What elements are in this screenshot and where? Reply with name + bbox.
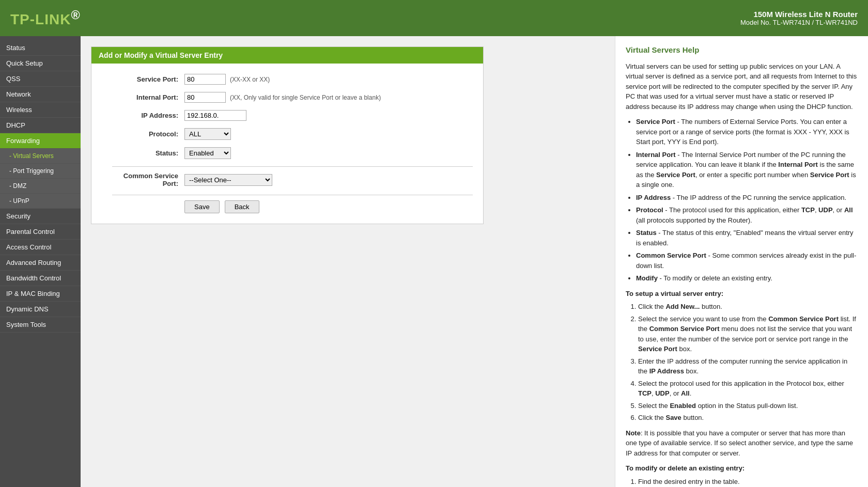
- internal-port-label: Internal Port:: [112, 93, 184, 101]
- help-bullet-common-service-port: Common Service Port - Some common servic…: [636, 250, 858, 271]
- main-layout: Status Quick Setup QSS Network Wireless …: [0, 36, 868, 487]
- help-bullet-modify: Modify - To modify or delete an existing…: [636, 273, 858, 284]
- setup-title: To setup a virtual server entry:: [626, 289, 858, 299]
- modify-title: To modify or delete an existing entry:: [626, 463, 858, 474]
- sidebar-item-network[interactable]: Network: [0, 87, 81, 102]
- sidebar-item-port-triggering[interactable]: - Port Triggering: [0, 164, 81, 179]
- protocol-label: Protocol:: [112, 130, 184, 138]
- form-panel: Add or Modify a Virtual Server Entry Ser…: [91, 46, 484, 224]
- sidebar-item-dmz[interactable]: - DMZ: [0, 179, 81, 194]
- form-divider-2: [112, 195, 473, 195]
- ip-address-input[interactable]: [184, 110, 246, 121]
- form-panel-header: Add or Modify a Virtual Server Entry: [91, 47, 483, 64]
- service-port-label: Service Port:: [112, 75, 184, 83]
- service-port-row: Service Port: (XX-XX or XX): [112, 74, 473, 85]
- status-select[interactable]: Enabled Disabled: [184, 147, 231, 159]
- sidebar-item-status[interactable]: Status: [0, 40, 81, 56]
- protocol-row: Protocol: ALL TCP UDP TCP/UDP: [112, 128, 473, 140]
- product-name: 150M Wireless Lite N Router: [740, 10, 858, 19]
- ip-address-row: IP Address:: [112, 110, 473, 121]
- sidebar-item-forwarding[interactable]: Forwarding: [0, 133, 81, 149]
- setup-step-6: Click the Save button.: [638, 413, 858, 423]
- help-intro: Virtual servers can be used for setting …: [626, 61, 858, 112]
- back-button[interactable]: Back: [225, 200, 259, 213]
- modify-steps: Find the desired entry in the table. Cli…: [638, 477, 858, 488]
- sidebar-item-wireless[interactable]: Wireless: [0, 102, 81, 118]
- sidebar-item-quick-setup[interactable]: Quick Setup: [0, 56, 81, 71]
- common-service-port-select[interactable]: --Select One-- DNS FTP HTTP HTTPS IMAP L…: [184, 174, 272, 186]
- status-label: Status:: [112, 149, 184, 157]
- help-panel: Virtual Servers Help Virtual servers can…: [615, 36, 868, 487]
- internal-port-input[interactable]: [184, 92, 226, 103]
- internal-port-row: Internal Port: (XX, Only valid for singl…: [112, 92, 473, 103]
- sidebar-item-security[interactable]: Security: [0, 209, 81, 224]
- help-bullet-protocol: Protocol - The protocol used for this ap…: [636, 205, 858, 225]
- setup-step-1: Click the Add New... button.: [638, 302, 858, 312]
- sidebar-item-bandwidth-control[interactable]: Bandwidth Control: [0, 271, 81, 286]
- form-actions: Save Back: [112, 200, 473, 213]
- sidebar-item-dynamic-dns[interactable]: Dynamic DNS: [0, 302, 81, 317]
- header-model: 150M Wireless Lite N Router Model No. TL…: [740, 10, 858, 26]
- help-title: Virtual Servers Help: [626, 44, 858, 56]
- common-service-port-label: Common Service Port:: [112, 172, 184, 187]
- sidebar-item-system-tools[interactable]: System Tools: [0, 317, 81, 333]
- sidebar-item-access-control[interactable]: Access Control: [0, 240, 81, 255]
- help-bullet-internal-port: Internal Port - The Internal Service Por…: [636, 150, 858, 190]
- setup-steps: Click the Add New... button. Select the …: [638, 302, 858, 423]
- common-service-port-row: Common Service Port: --Select One-- DNS …: [112, 172, 473, 187]
- help-bullets: Service Port - The numbers of External S…: [636, 117, 858, 284]
- protocol-select[interactable]: ALL TCP UDP TCP/UDP: [184, 128, 231, 140]
- help-bullet-service-port: Service Port - The numbers of External S…: [636, 117, 858, 147]
- help-note: Note: It is possible that you have a com…: [626, 428, 858, 459]
- sidebar-item-parental-control[interactable]: Parental Control: [0, 224, 81, 240]
- sidebar-item-upnp[interactable]: - UPnP: [0, 194, 81, 209]
- form-title: Add or Modify a Virtual Server Entry: [99, 51, 223, 59]
- help-bullet-status: Status - The status of this entry, "Enab…: [636, 228, 858, 248]
- model-number: Model No. TL-WR741N / TL-WR741ND: [740, 19, 858, 26]
- sidebar-item-virtual-servers[interactable]: - Virtual Servers: [0, 149, 81, 164]
- sidebar-item-dhcp[interactable]: DHCP: [0, 118, 81, 133]
- header: TP-LINK® 150M Wireless Lite N Router Mod…: [0, 0, 868, 36]
- save-button[interactable]: Save: [184, 200, 220, 213]
- ip-address-label: IP Address:: [112, 112, 184, 119]
- form-panel-body: Service Port: (XX-XX or XX) Internal Por…: [91, 64, 483, 224]
- service-port-hint: (XX-XX or XX): [230, 76, 270, 83]
- logo-mark: ®: [71, 8, 80, 22]
- form-divider: [112, 166, 473, 167]
- logo-text: TP-LINK: [10, 11, 71, 27]
- sidebar: Status Quick Setup QSS Network Wireless …: [0, 36, 81, 487]
- setup-step-4: Select the protocol used for this applic…: [638, 379, 858, 399]
- setup-step-5: Select the Enabled option in the Status …: [638, 401, 858, 411]
- sidebar-item-ip-mac-binding[interactable]: IP & MAC Binding: [0, 286, 81, 302]
- service-port-input[interactable]: [184, 74, 226, 85]
- modify-step-1: Find the desired entry in the table.: [638, 477, 858, 487]
- sidebar-item-qss[interactable]: QSS: [0, 71, 81, 87]
- logo: TP-LINK®: [10, 8, 81, 28]
- sidebar-item-advanced-routing[interactable]: Advanced Routing: [0, 255, 81, 271]
- status-row: Status: Enabled Disabled: [112, 147, 473, 159]
- content-area: Add or Modify a Virtual Server Entry Ser…: [81, 36, 615, 487]
- setup-step-2: Select the service you want to use from …: [638, 314, 858, 354]
- internal-port-hint: (XX, Only valid for single Service Port …: [230, 94, 381, 101]
- setup-step-3: Enter the IP address of the computer run…: [638, 356, 858, 376]
- help-bullet-ip-address: IP Address - The IP address of the PC ru…: [636, 193, 858, 203]
